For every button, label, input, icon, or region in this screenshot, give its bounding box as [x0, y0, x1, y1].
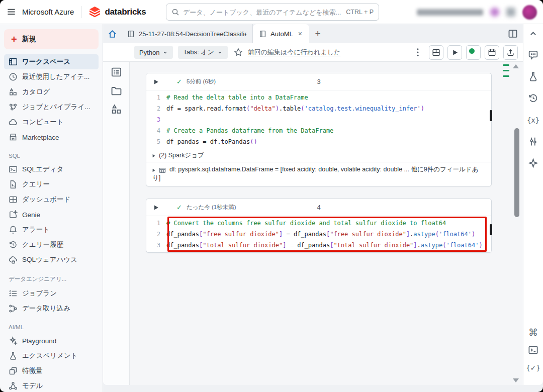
- sidebar-item-query-history[interactable]: クエリー履歴: [4, 237, 99, 252]
- terminal-icon[interactable]: [528, 345, 538, 355]
- sidebar-item-genie[interactable]: Genie: [4, 207, 99, 222]
- sparkle-icon[interactable]: [528, 158, 538, 168]
- sidebar-section-header: データエンジニアリ...: [4, 267, 99, 286]
- play-button[interactable]: [447, 45, 462, 60]
- sidebar-section-header: AI/ML: [4, 316, 99, 333]
- dashboards-icon: [9, 195, 18, 204]
- notebook-icon: [127, 30, 135, 38]
- help-icon-blurred[interactable]: [506, 8, 515, 17]
- code-editor[interactable]: 1# Convert the columns free sulfur dioxi…: [146, 216, 491, 252]
- app-window: Microsoft Azure databricks CTRL + P + 新規…: [0, 0, 543, 392]
- workspace-name-blurred: [417, 9, 483, 16]
- sidebar-item-sql-warehouse[interactable]: SQLウェアハウス: [4, 252, 99, 267]
- query-history-icon[interactable]: [528, 93, 538, 104]
- split-panel-icon[interactable]: [508, 29, 518, 39]
- sidebar-item-job-runs[interactable]: ジョブラン: [4, 286, 99, 301]
- new-tab-button[interactable]: +: [309, 24, 326, 43]
- sidebar-item-marketplace[interactable]: Marketplace: [4, 130, 99, 145]
- cell-output: df: pyspark.sql.dataframe.DataFrame = [f…: [146, 162, 491, 186]
- sidebar-item-queries[interactable]: クエリー: [4, 177, 99, 192]
- cell-resize-handle[interactable]: [490, 224, 492, 235]
- comments-icon[interactable]: [528, 50, 538, 60]
- code-line[interactable]: 3df_pandas["total sulfur dioxide"] = df_…: [146, 240, 491, 251]
- hamburger-menu-icon[interactable]: [0, 7, 22, 17]
- share-button[interactable]: [503, 45, 518, 60]
- favorite-star-icon[interactable]: [234, 48, 243, 57]
- sidebar-item-recents[interactable]: 最近使用したアイテ...: [4, 69, 99, 84]
- minimap-cell-marker: [503, 70, 509, 71]
- sidebar-item-compute[interactable]: コンピュート: [4, 115, 99, 130]
- python-env-icon[interactable]: {✓}: [528, 362, 538, 373]
- spark-jobs-expander[interactable]: (2) Sparkジョブ: [146, 149, 491, 162]
- code-line[interactable]: 3: [146, 114, 491, 125]
- cluster-dot-button[interactable]: [466, 45, 481, 60]
- workspace-icon: [9, 57, 18, 66]
- sidebar-item-models[interactable]: モデル: [4, 378, 99, 392]
- sidebar-item-features[interactable]: 特徴量: [4, 363, 99, 378]
- queries-icon: [9, 180, 18, 189]
- code-line[interactable]: 2df_pandas["free sulfur dioxide"] = df_p…: [146, 229, 491, 240]
- code-editor[interactable]: 1# Read the delta table into a DataFrame…: [146, 90, 491, 149]
- tab-bar: 25-11-27-08:54-DecisionTreeClassifier-fd…: [103, 24, 523, 43]
- language-selector[interactable]: Python: [134, 46, 173, 59]
- catalog-icon[interactable]: [111, 104, 122, 115]
- sidebar-item-label: モデル: [22, 381, 43, 390]
- chevron-up-icon[interactable]: [528, 28, 538, 39]
- sidebar-item-experiments[interactable]: エクスペリメント: [4, 348, 99, 363]
- dataframe-table-icon: [159, 167, 166, 174]
- scrollbar-thumb[interactable]: [514, 128, 519, 217]
- code-line[interactable]: 1# Read the delta table into a DataFrame: [146, 92, 491, 103]
- line-number: 1: [146, 218, 166, 229]
- tab-decision-tree-notebook[interactable]: 25-11-27-08:54-DecisionTreeClassifier-fd…: [121, 24, 253, 43]
- last-edit-status[interactable]: 前回の編集は今に行われました: [248, 48, 340, 57]
- line-number: 3: [146, 114, 166, 125]
- sidebar: + 新規 ワークスペース最近使用したアイテ...カタログジョブとパイプライ...…: [0, 24, 103, 392]
- avatar[interactable]: [522, 5, 537, 20]
- data-ingestion-icon: [9, 304, 18, 313]
- code-line[interactable]: 5df_pandas = df.toPandas(): [146, 136, 491, 147]
- minimap-cell-marker: [503, 64, 509, 66]
- sidebar-item-dashboards[interactable]: ダッシュボード: [4, 192, 99, 207]
- code-line[interactable]: 4# Create a Pandas dataframe from the Da…: [146, 125, 491, 136]
- search-input[interactable]: [183, 9, 342, 16]
- sidebar-item-sql-editor[interactable]: SQLエディタ: [4, 162, 99, 177]
- cell-resize-handle[interactable]: [490, 110, 492, 121]
- sidebar-item-alerts[interactable]: アラート: [4, 222, 99, 237]
- variables-icon[interactable]: {x}: [528, 115, 538, 125]
- toc-icon[interactable]: [111, 66, 122, 78]
- cell-execution-count: 4: [146, 204, 491, 211]
- expander-triangle-icon[interactable]: [153, 169, 155, 172]
- genie-icon: [9, 210, 18, 219]
- experiments-icon[interactable]: [528, 71, 538, 82]
- new-button[interactable]: + 新規: [4, 29, 99, 49]
- calendar-button[interactable]: [485, 45, 499, 60]
- shortcuts-icon[interactable]: ⌘: [528, 327, 538, 338]
- home-icon[interactable]: [103, 24, 121, 43]
- tab-automl-notebook[interactable]: AutoML ×: [253, 24, 309, 43]
- cell-execution-count: 3: [146, 78, 491, 85]
- minimap-cell-marker: [503, 75, 509, 77]
- scroll-up-arrow[interactable]: [513, 64, 519, 68]
- sliders-icon[interactable]: [528, 136, 538, 147]
- code-line[interactable]: 2df = spark.read.format("delta").table('…: [146, 103, 491, 114]
- sidebar-item-workspace[interactable]: ワークスペース: [4, 54, 99, 69]
- close-icon[interactable]: ×: [297, 30, 303, 38]
- new-button-label: 新規: [22, 35, 36, 44]
- code-cell-4[interactable]: ✓ たった今 (1秒未満) 4 1# Convert the columns f…: [146, 199, 492, 253]
- code-cell-3[interactable]: ✓ 5分前 (6秒) 3 1# Read the delta table int…: [146, 73, 492, 186]
- databricks-logo[interactable]: databricks: [88, 6, 146, 18]
- sidebar-item-catalog[interactable]: カタログ: [4, 84, 99, 100]
- scroll-down-arrow[interactable]: [513, 378, 519, 382]
- notebook-icon: [259, 30, 266, 38]
- sidebar-item-label: コンピュート: [22, 118, 64, 127]
- sidebar-item-jobs[interactable]: ジョブとパイプライ...: [4, 100, 99, 115]
- tabs-toggle[interactable]: Tabs: オン: [178, 46, 227, 59]
- layout-grid-button[interactable]: [429, 45, 443, 60]
- notification-icon-blurred[interactable]: [490, 8, 499, 17]
- sidebar-item-playground[interactable]: Playground: [4, 333, 99, 348]
- sidebar-item-data-ingestion[interactable]: データ取り込み: [4, 301, 99, 316]
- kebab-menu-icon[interactable]: [413, 47, 423, 57]
- code-line[interactable]: 1# Convert the columns free sulfur dioxi…: [146, 218, 491, 229]
- global-search[interactable]: CTRL + P: [166, 4, 379, 21]
- folder-icon[interactable]: [111, 85, 122, 96]
